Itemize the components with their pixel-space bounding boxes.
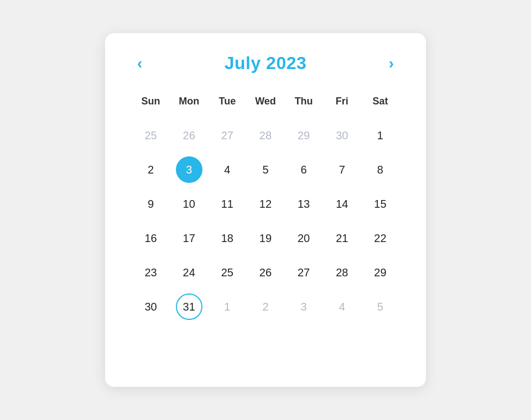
day-number: 13 [290,191,317,217]
day-cell[interactable]: 8 [361,153,399,187]
day-cell[interactable]: 15 [361,187,399,221]
day-number: 1 [367,122,393,149]
day-header-thu: Thu [285,91,323,118]
day-number: 29 [367,259,393,286]
day-cell[interactable]: 2 [132,153,170,187]
day-number: 27 [214,122,241,149]
day-number: 11 [214,191,241,217]
day-number: 29 [290,122,317,149]
day-header-mon: Mon [170,91,208,118]
month-title: July 2023 [225,53,307,74]
day-number: 16 [138,225,164,251]
day-number: 8 [367,156,393,183]
day-cell[interactable]: 30 [132,290,170,324]
day-cell[interactable]: 27 [285,255,323,290]
day-number: 6 [290,156,317,183]
day-number: 30 [138,293,164,320]
day-number: 20 [290,225,317,251]
day-cell[interactable]: 16 [132,221,170,255]
day-cell[interactable]: 25 [208,255,246,290]
day-number: 4 [329,293,355,320]
calendar-card: ‹ July 2023 › SunMonTueWedThuFriSat25262… [105,33,426,387]
day-header-sun: Sun [132,91,170,118]
day-cell[interactable]: 6 [285,153,323,187]
day-cell[interactable]: 18 [208,221,246,255]
day-number: 10 [176,191,202,217]
day-number: 28 [329,259,355,286]
day-cell[interactable]: 13 [285,187,323,221]
day-number: 25 [138,122,164,149]
day-number: 9 [138,191,164,217]
day-cell[interactable]: 11 [208,187,246,221]
day-cell[interactable]: 17 [170,221,208,255]
day-number: 4 [214,156,241,183]
day-number: 3 [290,293,317,320]
day-cell[interactable]: 9 [132,187,170,221]
day-cell[interactable]: 24 [170,255,208,290]
day-number: 21 [329,225,355,251]
day-cell: 1 [208,290,246,324]
day-cell: 27 [208,118,246,153]
day-cell: 30 [323,118,361,153]
day-number: 28 [252,122,279,149]
day-number: 5 [252,156,279,183]
day-number: 12 [252,191,279,217]
day-cell: 26 [170,118,208,153]
day-cell: 4 [323,290,361,324]
day-number: 27 [290,259,317,286]
day-number: 26 [252,259,279,286]
day-cell: 28 [246,118,284,153]
day-number: 14 [329,191,355,217]
day-cell[interactable]: 12 [246,187,284,221]
day-number: 7 [329,156,355,183]
day-number: 25 [214,259,241,286]
day-cell[interactable]: 22 [361,221,399,255]
day-cell[interactable]: 14 [323,187,361,221]
day-cell[interactable]: 20 [285,221,323,255]
day-cell[interactable]: 5 [246,153,284,187]
day-cell: 2 [246,290,284,324]
day-number: 23 [138,259,164,286]
day-cell[interactable]: 10 [170,187,208,221]
day-number: 26 [176,122,202,149]
day-cell[interactable]: 31 [170,290,208,324]
day-number: 22 [367,225,393,251]
day-cell: 3 [285,290,323,324]
day-cell[interactable]: 4 [208,153,246,187]
day-number: 24 [176,259,202,286]
day-number: 1 [214,293,241,320]
day-number: 15 [367,191,393,217]
day-number: 17 [176,225,202,251]
day-cell[interactable]: 26 [246,255,284,290]
day-number: 30 [329,122,355,149]
day-cell[interactable]: 23 [132,255,170,290]
day-number: 31 [176,293,202,320]
day-cell[interactable]: 29 [361,255,399,290]
day-header-wed: Wed [246,91,284,118]
day-cell[interactable]: 19 [246,221,284,255]
day-cell[interactable]: 28 [323,255,361,290]
day-cell[interactable]: 1 [361,118,399,153]
day-number: 2 [138,156,164,183]
day-number: 19 [252,225,279,251]
day-header-tue: Tue [208,91,246,118]
day-cell: 25 [132,118,170,153]
day-cell: 29 [285,118,323,153]
day-number: 18 [214,225,241,251]
day-cell[interactable]: 21 [323,221,361,255]
day-number: 5 [367,293,393,320]
day-number: 3 [176,156,202,183]
day-number: 2 [252,293,279,320]
day-cell: 5 [361,290,399,324]
next-month-button[interactable]: › [383,54,399,74]
day-cell[interactable]: 7 [323,153,361,187]
day-header-sat: Sat [361,91,399,118]
calendar-header: ‹ July 2023 › [132,53,399,74]
day-cell[interactable]: 3 [170,153,208,187]
calendar-grid: SunMonTueWedThuFriSat2526272829301234567… [132,91,399,324]
prev-month-button[interactable]: ‹ [132,54,148,74]
day-header-fri: Fri [323,91,361,118]
